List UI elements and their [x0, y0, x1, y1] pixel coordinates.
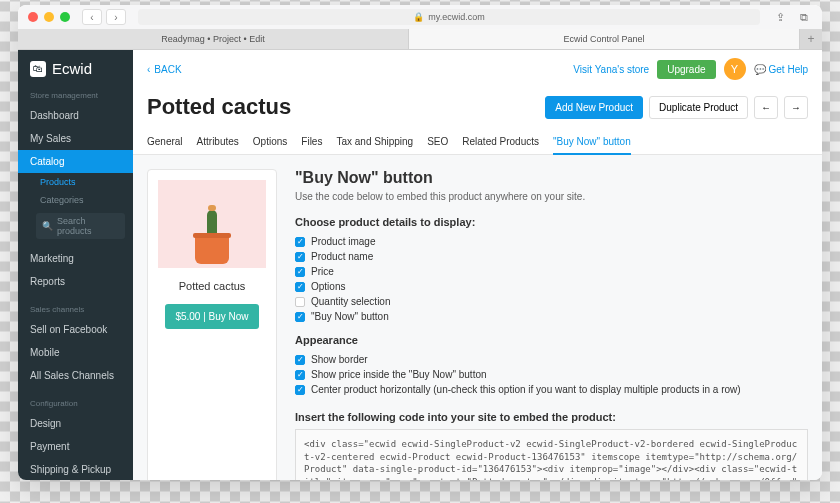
sidebar-search-input[interactable]: 🔍 Search products	[36, 213, 125, 239]
sidebar-section-head: Store management	[18, 87, 133, 104]
search-icon: 🔍	[42, 221, 53, 231]
tab-related[interactable]: Related Products	[462, 130, 539, 154]
detail-option-checkbox[interactable]	[295, 297, 305, 307]
sidebar-sub-categories[interactable]: Categories	[18, 191, 133, 209]
detail-option-checkbox[interactable]	[295, 282, 305, 292]
detail-option-label: Product image	[311, 236, 375, 247]
topbar: ‹ BACK Visit Yana's store Upgrade Y 💬 Ge…	[133, 50, 822, 88]
sidebar-item-payment[interactable]: Payment	[18, 435, 133, 458]
choose-details-head: Choose product details to display:	[295, 216, 808, 228]
browser-tabs: Readymag • Project • Edit Ecwid Control …	[18, 29, 822, 50]
detail-option-row: Quantity selection	[295, 294, 808, 309]
content: Potted cactus $5.00 | Buy Now "Buy Now" …	[133, 155, 822, 480]
page-header: Potted cactus Add New Product Duplicate …	[133, 88, 822, 130]
sidebar: 🛍 Ecwid Store management Dashboard My Sa…	[18, 50, 133, 480]
appearance-option-checkbox[interactable]	[295, 355, 305, 365]
sidebar-item-catalog[interactable]: Catalog	[18, 150, 133, 173]
embed-code-box[interactable]: <div class="ecwid ecwid-SingleProduct-v2…	[295, 429, 808, 480]
appearance-option-label: Show border	[311, 354, 368, 365]
sidebar-section-head: Configuration	[18, 395, 133, 412]
appearance-option-checkbox[interactable]	[295, 385, 305, 395]
sidebar-item-sales[interactable]: My Sales	[18, 127, 133, 150]
url-bar[interactable]: 🔒 my.ecwid.com	[138, 9, 760, 25]
main: ‹ BACK Visit Yana's store Upgrade Y 💬 Ge…	[133, 50, 822, 480]
sidebar-item-all-channels[interactable]: All Sales Channels	[18, 364, 133, 387]
help-link[interactable]: 💬 Get Help	[754, 64, 808, 75]
browser-tab[interactable]: Readymag • Project • Edit	[18, 29, 409, 49]
tab-files[interactable]: Files	[301, 130, 322, 154]
product-tabs: General Attributes Options Files Tax and…	[133, 130, 822, 155]
detail-option-row: "Buy Now" button	[295, 309, 808, 324]
product-image	[158, 180, 266, 268]
browser-tab[interactable]: Ecwid Control Panel	[409, 29, 800, 49]
maximize-window-icon[interactable]	[60, 12, 70, 22]
sidebar-item-facebook[interactable]: Sell on Facebook	[18, 318, 133, 341]
detail-option-row: Product name	[295, 249, 808, 264]
tab-buy-now[interactable]: "Buy Now" button	[553, 130, 631, 155]
prev-product-button[interactable]: ←	[754, 96, 778, 119]
appearance-head: Appearance	[295, 334, 808, 346]
tab-attributes[interactable]: Attributes	[197, 130, 239, 154]
code-head: Insert the following code into your site…	[295, 411, 808, 423]
detail-option-checkbox[interactable]	[295, 312, 305, 322]
bag-icon: 🛍	[30, 61, 46, 77]
tab-options[interactable]: Options	[253, 130, 287, 154]
next-product-button[interactable]: →	[784, 96, 808, 119]
tabs-icon[interactable]: ⧉	[796, 9, 812, 25]
sidebar-item-marketing[interactable]: Marketing	[18, 247, 133, 270]
browser-window: ‹ › 🔒 my.ecwid.com ⇪ ⧉ Readymag • Projec…	[18, 5, 822, 480]
detail-option-row: Options	[295, 279, 808, 294]
duplicate-product-button[interactable]: Duplicate Product	[649, 96, 748, 119]
app: 🛍 Ecwid Store management Dashboard My Sa…	[18, 50, 822, 480]
appearance-option-row: Center product horizontally (un-check th…	[295, 382, 808, 397]
detail-option-label: "Buy Now" button	[311, 311, 389, 322]
appearance-option-checkbox[interactable]	[295, 370, 305, 380]
pot-icon	[195, 236, 229, 264]
appearance-option-row: Show price inside the "Buy Now" button	[295, 367, 808, 382]
nav-forward-button[interactable]: ›	[106, 9, 126, 25]
panel-desc: Use the code below to embed this product…	[295, 191, 808, 202]
appearance-option-row: Show border	[295, 352, 808, 367]
detail-option-label: Options	[311, 281, 345, 292]
sidebar-sub-products[interactable]: Products	[18, 173, 133, 191]
logo[interactable]: 🛍 Ecwid	[18, 50, 133, 87]
sidebar-item-design[interactable]: Design	[18, 412, 133, 435]
sidebar-section-head: Sales channels	[18, 301, 133, 318]
detail-option-checkbox[interactable]	[295, 267, 305, 277]
add-new-product-button[interactable]: Add New Product	[545, 96, 643, 119]
page-title: Potted cactus	[147, 94, 291, 120]
sidebar-item-mobile[interactable]: Mobile	[18, 341, 133, 364]
detail-option-row: Price	[295, 264, 808, 279]
title-bar: ‹ › 🔒 my.ecwid.com ⇪ ⧉	[18, 5, 822, 29]
nav-back-button[interactable]: ‹	[82, 9, 102, 25]
lock-icon: 🔒	[413, 12, 424, 22]
appearance-option-label: Center product horizontally (un-check th…	[311, 384, 741, 395]
detail-option-checkbox[interactable]	[295, 252, 305, 262]
upgrade-button[interactable]: Upgrade	[657, 60, 715, 79]
chevron-left-icon: ‹	[147, 64, 150, 75]
detail-option-label: Price	[311, 266, 334, 277]
share-icon[interactable]: ⇪	[772, 9, 788, 25]
detail-option-row: Product image	[295, 234, 808, 249]
tab-general[interactable]: General	[147, 130, 183, 154]
tab-seo[interactable]: SEO	[427, 130, 448, 154]
buy-now-button[interactable]: $5.00 | Buy Now	[165, 304, 258, 329]
chat-icon: 💬	[754, 64, 766, 75]
back-link[interactable]: ‹ BACK	[147, 64, 182, 75]
tab-tax-shipping[interactable]: Tax and Shipping	[336, 130, 413, 154]
buy-now-settings: "Buy Now" button Use the code below to e…	[295, 169, 808, 480]
avatar[interactable]: Y	[724, 58, 746, 80]
detail-option-checkbox[interactable]	[295, 237, 305, 247]
minimize-window-icon[interactable]	[44, 12, 54, 22]
detail-option-label: Quantity selection	[311, 296, 391, 307]
visit-store-link[interactable]: Visit Yana's store	[573, 64, 649, 75]
close-window-icon[interactable]	[28, 12, 38, 22]
sidebar-item-shipping[interactable]: Shipping & Pickup	[18, 458, 133, 480]
sidebar-item-dashboard[interactable]: Dashboard	[18, 104, 133, 127]
panel-title: "Buy Now" button	[295, 169, 808, 187]
product-preview-card: Potted cactus $5.00 | Buy Now	[147, 169, 277, 480]
sidebar-item-reports[interactable]: Reports	[18, 270, 133, 293]
new-tab-button[interactable]: +	[800, 29, 822, 49]
product-name: Potted cactus	[158, 280, 266, 292]
appearance-option-label: Show price inside the "Buy Now" button	[311, 369, 487, 380]
